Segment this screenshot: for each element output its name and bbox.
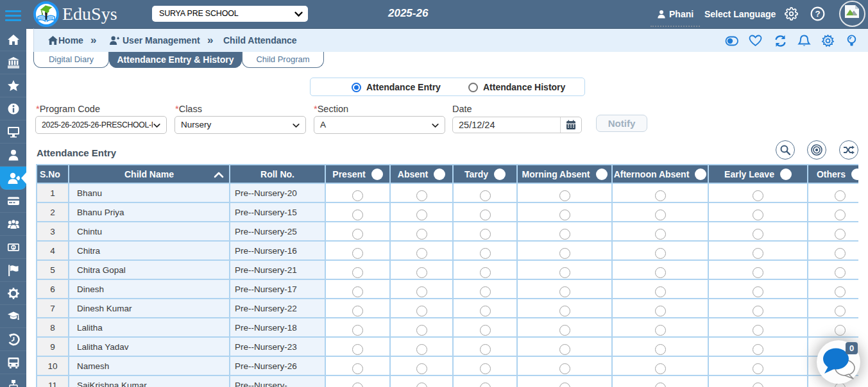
svg-text:1: 1 bbox=[12, 245, 15, 249]
svg-text:?: ? bbox=[815, 9, 820, 19]
